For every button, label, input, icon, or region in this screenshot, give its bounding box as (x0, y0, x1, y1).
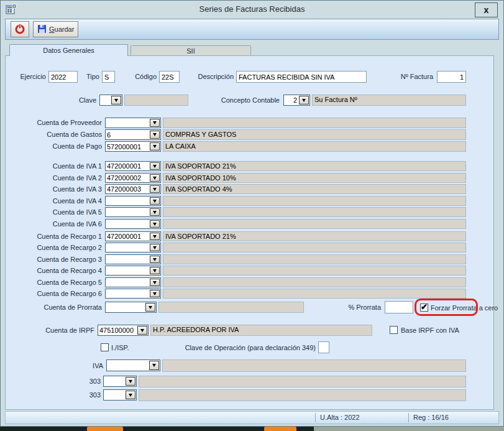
close-button[interactable]: x (475, 2, 498, 17)
ejercicio-input[interactable] (48, 71, 78, 83)
cuenta-recargo-2-dropdown-button[interactable] (150, 244, 160, 251)
cuenta-irpf-label: Cuenta de IRPF (6, 327, 94, 334)
cuenta-recargo-1-input[interactable] (106, 232, 149, 241)
cuenta-iva-4-label: Cuenta de IVA 4 (6, 197, 102, 205)
pct-prorrata-input[interactable] (385, 301, 413, 313)
clave-349-label: Clave de Operación (para declaración 349… (177, 344, 316, 351)
dialog-window: Series de Facturas Recibidas x (0, 0, 504, 427)
clave-combo (99, 95, 122, 106)
cuenta-iva-2-label: Cuenta de IVA 2 (6, 174, 102, 182)
mod303-2-input[interactable] (104, 390, 125, 400)
cuenta-recargo-2-label: Cuenta de Recargo 2 (6, 244, 102, 251)
clave-dropdown-button[interactable] (111, 96, 121, 104)
cuenta-iva-4-dropdown-button[interactable] (150, 197, 160, 205)
mod303-1-dropdown-button[interactable] (126, 377, 135, 386)
descripcion-input[interactable] (236, 71, 367, 83)
iva-general-input[interactable] (107, 360, 149, 371)
cuenta-proveedor-label: Cuenta de Proveedor (6, 119, 102, 126)
concepto-input[interactable] (284, 95, 298, 105)
cuenta-recargo-4-label: Cuenta de Recargo 4 (6, 267, 102, 274)
cuenta-pago-dropdown-button[interactable] (150, 142, 160, 151)
iva-general-dropdown-button[interactable] (149, 361, 159, 370)
cuenta-gastos-combo (105, 129, 161, 140)
cuenta-recargo-6-label: Cuenta de Recargo 6 (6, 290, 102, 297)
base-irpf-checkbox[interactable] (390, 326, 398, 334)
chevron-down-icon (153, 145, 157, 148)
cuenta-recargo-3-dropdown-button[interactable] (150, 256, 160, 263)
mod303-1-label: 303 (6, 378, 101, 385)
cuenta-iva-6-input[interactable] (106, 220, 149, 228)
cuenta-recargo-1-label: Cuenta de Recargo 1 (6, 233, 102, 240)
cuenta-iva-5-dropdown-button[interactable] (150, 208, 160, 216)
cuenta-iva-5-input[interactable] (106, 208, 149, 216)
mod303-2-combo (103, 389, 137, 401)
cuenta-recargo-4-dropdown-button[interactable] (150, 267, 160, 274)
cuenta-prorrata-dropdown-button[interactable] (145, 303, 155, 312)
clave-349-input[interactable] (318, 341, 329, 353)
cuenta-iva-3-dropdown-button[interactable] (150, 185, 160, 193)
save-button[interactable]: Guardar (33, 21, 78, 37)
cuenta-iva-2-desc: IVA SOPORTADO 10% (163, 173, 466, 183)
tab-datos-generales[interactable]: Datos Generales (9, 44, 128, 56)
cuenta-recargo-4-combo (105, 266, 161, 276)
cuenta-iva-5-label: Cuenta de IVA 5 (6, 208, 102, 216)
chevron-down-icon (114, 99, 118, 102)
clave-input[interactable] (100, 95, 111, 105)
cuenta-recargo-5-input[interactable] (106, 278, 149, 287)
red-highlight-ring (415, 299, 478, 316)
cuenta-iva-6-desc (163, 219, 466, 229)
cuenta-irpf-input[interactable] (98, 325, 137, 335)
cuenta-pago-input[interactable] (106, 142, 149, 151)
cuenta-iva-2-dropdown-button[interactable] (150, 174, 160, 182)
chevron-down-icon (153, 177, 157, 180)
tipo-input[interactable] (102, 71, 115, 83)
cuenta-proveedor-dropdown-button[interactable] (150, 119, 160, 127)
cuenta-prorrata-input[interactable] (106, 302, 145, 312)
cuenta-irpf-combo (98, 325, 149, 336)
power-icon (14, 23, 25, 35)
cuenta-recargo-3-desc (163, 254, 466, 264)
status-divider (315, 413, 316, 422)
mod303-2-dropdown-button[interactable] (126, 391, 135, 399)
exit-button[interactable] (11, 21, 29, 37)
num-factura-input[interactable] (437, 71, 466, 83)
concepto-contable-label: Concepto Contable (218, 96, 280, 104)
cuenta-gastos-dropdown-button[interactable] (150, 131, 160, 139)
cuenta-prorrata-desc (158, 302, 304, 313)
cuenta-iva-1-label: Cuenta de IVA 1 (6, 162, 102, 170)
cuenta-iva-1-input[interactable] (106, 162, 149, 170)
chevron-down-icon (153, 211, 157, 214)
concepto-dropdown-button[interactable] (299, 96, 309, 104)
isp-checkbox[interactable] (101, 343, 109, 351)
chevron-down-icon (153, 188, 157, 191)
cuenta-recargo-6-dropdown-button[interactable] (150, 290, 160, 297)
iva-general-desc (162, 359, 466, 372)
cuenta-iva-6-dropdown-button[interactable] (150, 220, 160, 228)
cuenta-recargo-4-input[interactable] (106, 266, 149, 275)
cuenta-recargo-2-input[interactable] (106, 243, 149, 252)
cuenta-recargo-5-dropdown-button[interactable] (150, 279, 160, 286)
chevron-down-icon (152, 364, 156, 367)
cuenta-iva-4-input[interactable] (106, 197, 149, 205)
cuenta-recargo-3-label: Cuenta de Recargo 3 (6, 256, 102, 263)
cuenta-recargo-6-input[interactable] (106, 289, 149, 298)
cuenta-iva-4-combo (105, 196, 161, 206)
cuenta-recargo-3-input[interactable] (106, 255, 149, 264)
descripcion-label: Descripción (192, 73, 234, 80)
cuenta-proveedor-input[interactable] (106, 118, 149, 127)
chevron-down-icon (153, 165, 157, 168)
cuenta-iva-1-dropdown-button[interactable] (150, 162, 160, 170)
cuenta-gastos-input[interactable] (106, 130, 149, 139)
codigo-input[interactable] (159, 71, 180, 83)
clave-desc (124, 95, 188, 106)
cuenta-iva-6-label: Cuenta de IVA 6 (6, 220, 102, 228)
save-button-label: Guardar (49, 25, 74, 33)
cuenta-iva-6-combo (105, 219, 161, 229)
mod303-1-input[interactable] (104, 376, 125, 386)
cuenta-prorrata-label: Cuenta de Prorrata (6, 304, 102, 311)
cuenta-iva-3-input[interactable] (106, 185, 149, 193)
cuenta-iva-2-input[interactable] (106, 174, 149, 182)
cuenta-irpf-dropdown-button[interactable] (137, 326, 147, 335)
cuenta-recargo-1-dropdown-button[interactable] (150, 233, 160, 240)
tab-sii[interactable]: SII (131, 45, 251, 56)
